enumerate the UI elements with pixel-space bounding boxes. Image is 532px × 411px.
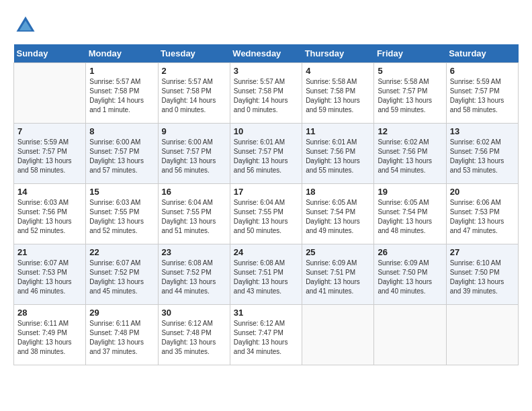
day-cell: 5Sunrise: 5:58 AMSunset: 7:57 PMDaylight… [374,63,446,124]
day-number: 23 [162,247,226,257]
day-number: 14 [17,187,82,197]
day-cell: 9Sunrise: 6:00 AMSunset: 7:57 PMDaylight… [158,124,230,184]
day-cell [374,305,446,365]
day-number: 28 [17,308,82,318]
day-cell: 2Sunrise: 5:57 AMSunset: 7:58 PMDaylight… [158,63,230,124]
day-number: 11 [306,126,370,136]
day-number: 5 [378,66,442,76]
day-cell [446,305,518,365]
day-info: Sunrise: 6:07 AMSunset: 7:53 PMDaylight:… [17,259,82,296]
day-info: Sunrise: 5:57 AMSunset: 7:58 PMDaylight:… [162,77,226,115]
day-cell: 24Sunrise: 6:08 AMSunset: 7:51 PMDayligh… [230,244,302,305]
day-number: 30 [162,308,226,318]
day-cell: 3Sunrise: 5:57 AMSunset: 7:58 PMDaylight… [230,63,302,124]
day-number: 24 [234,247,298,257]
day-cell: 16Sunrise: 6:04 AMSunset: 7:55 PMDayligh… [158,184,230,244]
week-row-4: 21Sunrise: 6:07 AMSunset: 7:53 PMDayligh… [14,244,519,305]
column-header-friday: Friday [374,44,446,63]
week-row-5: 28Sunrise: 6:11 AMSunset: 7:49 PMDayligh… [14,305,519,365]
day-cell: 23Sunrise: 6:08 AMSunset: 7:52 PMDayligh… [158,244,230,305]
column-header-tuesday: Tuesday [158,44,230,63]
day-cell: 14Sunrise: 6:03 AMSunset: 7:56 PMDayligh… [14,184,86,244]
day-info: Sunrise: 6:09 AMSunset: 7:51 PMDaylight:… [306,259,370,296]
day-info: Sunrise: 6:08 AMSunset: 7:51 PMDaylight:… [234,259,298,296]
day-number: 17 [234,187,298,197]
week-row-2: 7Sunrise: 5:59 AMSunset: 7:57 PMDaylight… [14,124,519,184]
day-cell: 25Sunrise: 6:09 AMSunset: 7:51 PMDayligh… [302,244,374,305]
day-cell: 15Sunrise: 6:03 AMSunset: 7:55 PMDayligh… [86,184,158,244]
day-number: 1 [89,66,154,76]
day-number: 26 [378,247,442,257]
day-number: 27 [450,247,515,257]
day-number: 10 [234,126,298,136]
day-cell: 8Sunrise: 6:00 AMSunset: 7:57 PMDaylight… [86,124,158,184]
day-number: 31 [234,308,298,318]
day-number: 8 [89,126,154,136]
day-info: Sunrise: 6:12 AMSunset: 7:47 PMDaylight:… [234,319,298,357]
day-cell: 31Sunrise: 6:12 AMSunset: 7:47 PMDayligh… [230,305,302,365]
day-info: Sunrise: 6:02 AMSunset: 7:56 PMDaylight:… [450,138,515,175]
day-number: 12 [378,126,442,136]
logo [13,13,40,38]
day-cell [302,305,374,365]
day-number: 9 [162,126,226,136]
column-header-wednesday: Wednesday [230,44,302,63]
page-header [13,13,519,38]
day-number: 3 [234,66,298,76]
day-info: Sunrise: 6:05 AMSunset: 7:54 PMDaylight:… [306,198,370,236]
column-header-thursday: Thursday [302,44,374,63]
day-info: Sunrise: 6:04 AMSunset: 7:55 PMDaylight:… [162,198,226,236]
day-cell: 7Sunrise: 5:59 AMSunset: 7:57 PMDaylight… [14,124,86,184]
day-info: Sunrise: 6:06 AMSunset: 7:53 PMDaylight:… [450,198,515,236]
day-cell: 21Sunrise: 6:07 AMSunset: 7:53 PMDayligh… [14,244,86,305]
day-cell: 12Sunrise: 6:02 AMSunset: 7:56 PMDayligh… [374,124,446,184]
day-cell: 20Sunrise: 6:06 AMSunset: 7:53 PMDayligh… [446,184,518,244]
day-info: Sunrise: 6:04 AMSunset: 7:55 PMDaylight:… [234,198,298,236]
day-info: Sunrise: 6:11 AMSunset: 7:49 PMDaylight:… [17,319,82,357]
day-cell: 18Sunrise: 6:05 AMSunset: 7:54 PMDayligh… [302,184,374,244]
day-cell: 29Sunrise: 6:11 AMSunset: 7:48 PMDayligh… [86,305,158,365]
day-info: Sunrise: 5:57 AMSunset: 7:58 PMDaylight:… [234,77,298,115]
day-info: Sunrise: 6:05 AMSunset: 7:54 PMDaylight:… [378,198,442,236]
day-info: Sunrise: 6:08 AMSunset: 7:52 PMDaylight:… [162,259,226,296]
day-info: Sunrise: 6:11 AMSunset: 7:48 PMDaylight:… [89,319,154,357]
header-row: SundayMondayTuesdayWednesdayThursdayFrid… [14,44,519,63]
day-cell: 6Sunrise: 5:59 AMSunset: 7:57 PMDaylight… [446,63,518,124]
day-cell: 13Sunrise: 6:02 AMSunset: 7:56 PMDayligh… [446,124,518,184]
day-info: Sunrise: 6:02 AMSunset: 7:56 PMDaylight:… [378,138,442,175]
day-info: Sunrise: 5:58 AMSunset: 7:57 PMDaylight:… [378,77,442,115]
day-number: 29 [89,308,154,318]
day-number: 25 [306,247,370,257]
day-number: 4 [306,66,370,76]
day-info: Sunrise: 6:00 AMSunset: 7:57 PMDaylight:… [162,138,226,175]
day-cell: 17Sunrise: 6:04 AMSunset: 7:55 PMDayligh… [230,184,302,244]
day-cell: 28Sunrise: 6:11 AMSunset: 7:49 PMDayligh… [14,305,86,365]
day-cell: 11Sunrise: 6:01 AMSunset: 7:56 PMDayligh… [302,124,374,184]
column-header-saturday: Saturday [446,44,518,63]
day-cell: 10Sunrise: 6:01 AMSunset: 7:57 PMDayligh… [230,124,302,184]
day-info: Sunrise: 5:59 AMSunset: 7:57 PMDaylight:… [17,138,82,175]
day-cell: 1Sunrise: 5:57 AMSunset: 7:58 PMDaylight… [86,63,158,124]
day-number: 19 [378,187,442,197]
day-number: 16 [162,187,226,197]
day-number: 15 [89,187,154,197]
day-number: 7 [17,126,82,136]
day-number: 13 [450,126,515,136]
week-row-1: 1Sunrise: 5:57 AMSunset: 7:58 PMDaylight… [14,63,519,124]
day-info: Sunrise: 6:01 AMSunset: 7:57 PMDaylight:… [234,138,298,175]
week-row-3: 14Sunrise: 6:03 AMSunset: 7:56 PMDayligh… [14,184,519,244]
day-info: Sunrise: 6:09 AMSunset: 7:50 PMDaylight:… [378,259,442,296]
day-cell: 26Sunrise: 6:09 AMSunset: 7:50 PMDayligh… [374,244,446,305]
day-info: Sunrise: 6:12 AMSunset: 7:48 PMDaylight:… [162,319,226,357]
day-number: 18 [306,187,370,197]
day-cell: 19Sunrise: 6:05 AMSunset: 7:54 PMDayligh… [374,184,446,244]
day-cell: 27Sunrise: 6:10 AMSunset: 7:50 PMDayligh… [446,244,518,305]
day-number: 20 [450,187,515,197]
day-info: Sunrise: 5:58 AMSunset: 7:58 PMDaylight:… [306,77,370,115]
day-number: 6 [450,66,515,76]
day-cell [14,63,86,124]
day-cell: 22Sunrise: 6:07 AMSunset: 7:52 PMDayligh… [86,244,158,305]
day-info: Sunrise: 6:01 AMSunset: 7:56 PMDaylight:… [306,138,370,175]
day-info: Sunrise: 5:57 AMSunset: 7:58 PMDaylight:… [89,77,154,115]
day-info: Sunrise: 6:07 AMSunset: 7:52 PMDaylight:… [89,259,154,296]
